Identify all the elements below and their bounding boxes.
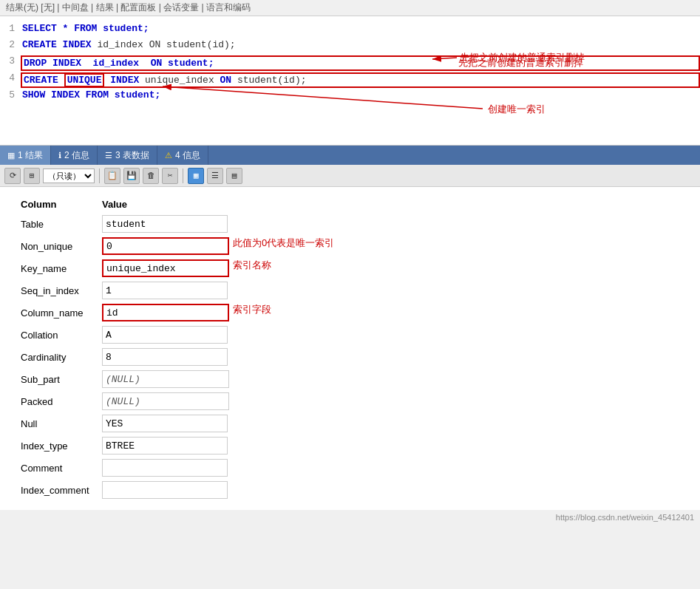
field-value-cell-column_name: 索引字段 <box>96 302 685 324</box>
tab-tabledata-label: 3 表数据 <box>115 149 149 162</box>
annotation-non_unique: 此值为0代表是唯一索引 <box>233 236 334 250</box>
table-header-row: Column Value <box>15 196 685 213</box>
field-value-cell-index_type <box>96 435 685 457</box>
tab-bar: ▦ 1 结果 ℹ 2 信息 ☰ 3 表数据 ⚠ 4 信息 <box>0 146 700 165</box>
tab-tabledata-icon: ☰ <box>105 151 112 160</box>
code-line-5: 5 SHOW INDEX FROM student; <box>0 89 700 105</box>
table-row: Packed <box>15 390 685 412</box>
code-content-3: DROP INDEX id_index ON student; <box>21 55 700 71</box>
toolbar-mode-select[interactable]: （只读） <box>43 168 95 183</box>
tab-info2[interactable]: ⚠ 4 信息 <box>157 146 208 165</box>
table-row: Comment <box>15 457 685 479</box>
svg-text:创建唯一索引: 创建唯一索引 <box>488 103 546 115</box>
line-number-1: 1 <box>0 22 21 34</box>
field-input-sub_part[interactable] <box>102 370 229 388</box>
field-input-cardinality[interactable] <box>102 348 228 366</box>
toolbar-btn6[interactable]: ▦ <box>188 168 204 184</box>
tab-results-label: 1 结果 <box>18 149 43 162</box>
field-input-table[interactable] <box>102 215 228 233</box>
toolbar-btn3[interactable]: 💾 <box>123 168 140 184</box>
field-value-cell-table <box>96 213 685 235</box>
result-area: Column Value TableNon_unique此值为0代表是唯一索引K… <box>0 187 700 510</box>
tab-info2-label: 4 信息 <box>175 149 200 162</box>
code-content-4: CREATE UNIQUE INDEX unique_index ON stud… <box>21 72 700 88</box>
table-row: Non_unique此值为0代表是唯一索引 <box>15 235 685 257</box>
code-editor: 1 SELECT * FROM student; 2 CREATE INDEX … <box>0 16 700 146</box>
field-value-cell-packed <box>96 390 685 412</box>
toolbar-btn2[interactable]: 📋 <box>104 168 120 184</box>
line-number-5: 5 <box>0 89 21 101</box>
annotation-key_name: 索引名称 <box>233 259 271 272</box>
field-input-index_type[interactable] <box>102 437 228 454</box>
field-label-sub_part: Sub_part <box>15 368 96 390</box>
line-number-4: 4 <box>0 72 21 84</box>
tab-info-icon: ℹ <box>58 151 61 160</box>
field-label-seq_in_index: Seq_in_index <box>15 279 96 302</box>
field-input-comment[interactable] <box>102 459 228 477</box>
field-label-collation: Collation <box>15 324 96 346</box>
watermark: https://blog.csdn.net/weixin_45412401 <box>0 510 700 525</box>
field-input-index_comment[interactable] <box>102 481 228 499</box>
tab-info2-icon: ⚠ <box>165 151 172 160</box>
field-label-null: Null <box>15 412 96 435</box>
table-row: Key_name索引名称 <box>15 257 685 279</box>
tab-results-icon: ▦ <box>7 151 15 160</box>
tab-info[interactable]: ℹ 2 信息 <box>51 146 98 165</box>
table-row: Seq_in_index <box>15 279 685 302</box>
table-row: Null <box>15 412 685 435</box>
code-line-1: 1 SELECT * FROM student; <box>0 22 700 38</box>
toolbar-btn4[interactable]: 🗑 <box>143 168 159 184</box>
line-number-3: 3 <box>0 55 21 67</box>
field-input-collation[interactable] <box>102 326 228 344</box>
table-row: Index_comment <box>15 479 685 501</box>
table-row: Index_type <box>15 435 685 457</box>
code-area: 1 SELECT * FROM student; 2 CREATE INDEX … <box>0 16 700 146</box>
tab-info-label: 2 信息 <box>64 149 89 162</box>
toolbar-refresh-btn[interactable]: ⟳ <box>4 168 21 184</box>
field-value-cell-collation <box>96 324 685 346</box>
col-header-column: Column <box>15 196 96 213</box>
annotation-column_name: 索引字段 <box>233 303 271 316</box>
field-value-cell-cardinality <box>96 346 685 368</box>
code-line-4: 4 CREATE UNIQUE INDEX unique_index ON st… <box>0 72 700 89</box>
col-header-value: Value <box>96 196 685 213</box>
field-label-key_name: Key_name <box>15 257 96 279</box>
toolbar-btn7[interactable]: ☰ <box>207 168 223 184</box>
field-input-packed[interactable] <box>102 392 229 410</box>
table-row: Sub_part <box>15 368 685 390</box>
field-input-key_name[interactable] <box>102 259 229 277</box>
annotation-line3: 先把之前创建的普通索引删掉 <box>458 56 583 69</box>
table-row: Column_name索引字段 <box>15 302 685 324</box>
field-label-non_unique: Non_unique <box>15 235 96 257</box>
field-input-non_unique[interactable] <box>102 237 229 255</box>
code-line-3: 3 DROP INDEX id_index ON student; 先把之前创建… <box>0 55 700 72</box>
field-label-cardinality: Cardinality <box>15 346 96 368</box>
field-input-null[interactable] <box>102 415 228 432</box>
code-content-2: CREATE INDEX id_index ON student(id); <box>21 38 700 51</box>
tab-tabledata[interactable]: ☰ 3 表数据 <box>98 146 157 165</box>
result-table: Column Value TableNon_unique此值为0代表是唯一索引K… <box>15 196 685 501</box>
tab-results[interactable]: ▦ 1 结果 <box>0 146 51 165</box>
field-input-seq_in_index[interactable] <box>102 282 228 299</box>
toolbar-btn8[interactable]: ▤ <box>226 168 242 184</box>
field-label-column_name: Column_name <box>15 302 96 324</box>
field-value-cell-index_comment <box>96 479 685 501</box>
code-line-2: 2 CREATE INDEX id_index ON student(id); <box>0 38 700 55</box>
field-label-comment: Comment <box>15 457 96 479</box>
field-value-cell-non_unique: 此值为0代表是唯一索引 <box>96 235 685 257</box>
code-content-5: SHOW INDEX FROM student; <box>21 89 700 101</box>
field-label-index_type: Index_type <box>15 435 96 457</box>
field-value-cell-sub_part <box>96 368 685 390</box>
toolbar: ⟳ ⊞ （只读） 📋 💾 🗑 ✂ ▦ ☰ ▤ <box>0 165 700 187</box>
field-label-packed: Packed <box>15 390 96 412</box>
table-row: Table <box>15 213 685 235</box>
field-value-cell-seq_in_index <box>96 279 685 302</box>
field-input-column_name[interactable] <box>102 304 229 321</box>
toolbar-sep2 <box>183 168 183 183</box>
field-label-table: Table <box>15 213 96 235</box>
toolbar-btn5[interactable]: ✂ <box>162 168 178 184</box>
toolbar-grid-btn[interactable]: ⊞ <box>24 168 40 184</box>
field-label-index_comment: Index_comment <box>15 479 96 501</box>
table-row: Cardinality <box>15 346 685 368</box>
table-row: Collation <box>15 324 685 346</box>
